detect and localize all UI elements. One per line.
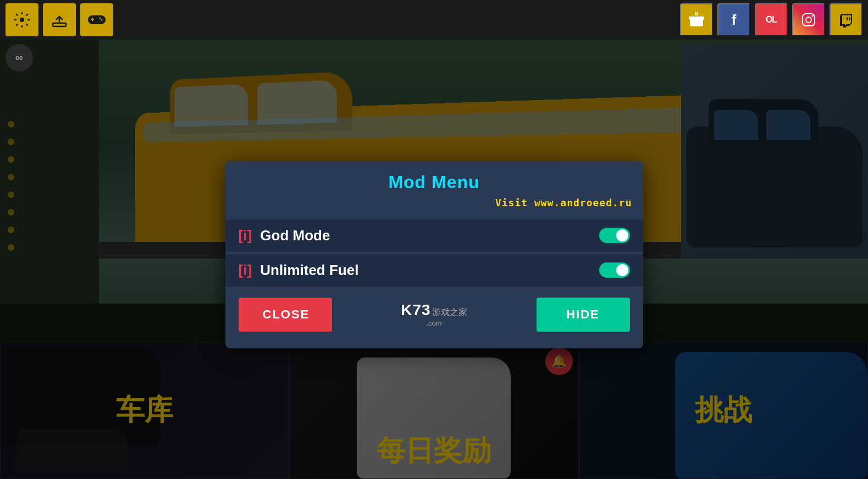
svg-rect-7 [690, 19, 703, 26]
svg-rect-1 [53, 23, 66, 26]
unlimited-fuel-prefix: [i] [239, 262, 252, 278]
svg-rect-8 [689, 16, 704, 20]
settings-button[interactable] [5, 3, 38, 36]
upload-button[interactable] [43, 3, 76, 36]
svg-rect-13 [849, 17, 850, 20]
hide-button[interactable]: HIDE [537, 298, 630, 332]
god-mode-option: [i] God Mode [225, 219, 643, 252]
gamepad-button[interactable] [80, 3, 113, 36]
unlimited-fuel-label: [i] Unlimited Fuel [239, 262, 599, 279]
ol-icon: OL [766, 15, 777, 25]
svg-rect-2 [88, 15, 106, 24]
svg-point-0 [20, 18, 24, 22]
twitch-button[interactable] [830, 3, 863, 36]
mod-menu-modal: Mod Menu Visit www.androeed.ru [i] God M… [225, 161, 643, 348]
unlimited-fuel-option: [i] Unlimited Fuel [225, 254, 643, 287]
unlimited-fuel-toggle[interactable] [599, 262, 630, 278]
instagram-button[interactable] [792, 3, 825, 36]
god-mode-label: [i] God Mode [239, 227, 599, 244]
mod-menu-buttons: CLOSE K73 游戏之家 .com HIDE [225, 289, 643, 332]
watermark-chinese: 游戏之家 [432, 307, 467, 318]
god-mode-toggle[interactable] [599, 228, 630, 243]
close-button[interactable]: CLOSE [239, 298, 332, 332]
svg-rect-12 [847, 17, 848, 20]
svg-point-5 [99, 18, 101, 19]
mod-menu-subtitle: Visit www.androeed.ru [225, 197, 643, 217]
toolbar-right: f OL [680, 3, 863, 36]
mod-menu-header: Mod Menu [225, 161, 643, 197]
logo-text: ee [15, 54, 23, 62]
god-mode-prefix: [i] [239, 227, 252, 244]
watermark: K73 游戏之家 .com [332, 301, 537, 327]
svg-point-10 [806, 17, 811, 23]
logo-circle: ee [5, 44, 33, 71]
top-toolbar: f OL [0, 0, 868, 40]
facebook-button[interactable]: f [717, 3, 750, 36]
svg-point-6 [101, 19, 103, 21]
watermark-dot-com: .com [332, 319, 537, 327]
ol-button[interactable]: OL [755, 3, 788, 36]
svg-rect-4 [92, 18, 93, 21]
mod-menu-title: Mod Menu [236, 172, 632, 192]
watermark-k73: K73 [401, 301, 430, 319]
facebook-icon: f [732, 12, 737, 29]
toolbar-left [5, 3, 113, 36]
svg-point-11 [812, 15, 814, 17]
gift-button[interactable] [680, 3, 713, 36]
